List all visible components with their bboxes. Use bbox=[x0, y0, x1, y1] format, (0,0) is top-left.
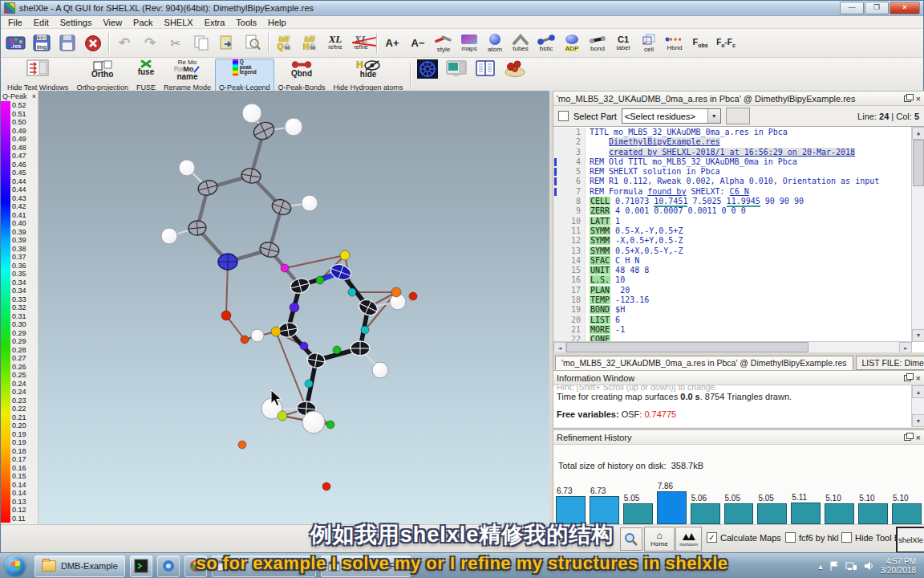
molecule-3d-view[interactable] bbox=[38, 91, 549, 524]
editor-vertical-scrollbar[interactable]: ▲ ▼ bbox=[911, 127, 924, 342]
hydrogen-atom[interactable] bbox=[372, 362, 388, 378]
taskbar-item-console[interactable] bbox=[130, 556, 152, 577]
editor-line[interactable]: 21MORE -1 bbox=[553, 325, 912, 335]
q-peak-atom[interactable] bbox=[290, 303, 299, 312]
font-decrease-button[interactable]: A− bbox=[405, 31, 431, 56]
info-vertical-scrollbar[interactable]: ▲ ▼ bbox=[911, 385, 924, 427]
start-button[interactable] bbox=[5, 556, 26, 576]
q-peak-atom[interactable] bbox=[409, 292, 417, 300]
menu-view[interactable]: View bbox=[97, 18, 128, 27]
tray-expand-icon[interactable]: ▴ bbox=[818, 562, 822, 571]
export-button[interactable] bbox=[214, 31, 240, 56]
history-bar[interactable]: 5.05 bbox=[724, 494, 754, 524]
maps-button[interactable]: maps bbox=[456, 31, 482, 56]
q-peak-atom[interactable] bbox=[300, 342, 308, 350]
network-icon[interactable] bbox=[845, 561, 857, 571]
scroll-right-icon[interactable]: ► bbox=[899, 342, 912, 352]
q-peak-atom[interactable] bbox=[391, 287, 401, 297]
q-peak-legend-button[interactable]: QpeaklegendQ-Peak-Legend bbox=[215, 59, 274, 92]
save-image-button[interactable]: img bbox=[29, 31, 55, 56]
editor-horizontal-scrollbar[interactable]: ◄ ► bbox=[553, 341, 912, 352]
float-panel-icon[interactable] bbox=[904, 434, 911, 441]
anis-refine-button[interactable]: XLrefine bbox=[348, 31, 374, 56]
history-bar[interactable]: 5.06 bbox=[691, 494, 720, 524]
q-peak-atom[interactable] bbox=[340, 250, 350, 260]
menu-shelx[interactable]: SHELX bbox=[159, 18, 199, 27]
q-peak-atom[interactable] bbox=[238, 441, 246, 449]
molecule-drawing[interactable] bbox=[38, 91, 549, 524]
menu-file[interactable]: File bbox=[2, 18, 28, 27]
select-part-checkbox[interactable] bbox=[558, 111, 569, 121]
editor-line[interactable]: 3 created by SHELXL-2018/1 at 16:56:29 o… bbox=[553, 148, 912, 157]
open-res-button[interactable]: .res bbox=[3, 31, 29, 56]
minimize-button[interactable]: — bbox=[840, 2, 864, 14]
q-peak-atom[interactable] bbox=[322, 482, 330, 490]
solvent-water-button[interactable] bbox=[500, 59, 530, 92]
menu-help[interactable]: Help bbox=[262, 18, 292, 27]
taskbar-item[interactable] bbox=[184, 556, 207, 577]
editor-line[interactable]: 9ZERR 4 0.001 0.0007 0.0011 0 0 0 bbox=[553, 206, 912, 216]
scroll-up-icon[interactable]: ▲ bbox=[912, 127, 924, 140]
history-bar[interactable]: 6.73 bbox=[556, 486, 586, 524]
hydrogen-atom[interactable] bbox=[285, 118, 302, 136]
kill-q-button[interactable]: killQ☠ bbox=[271, 31, 297, 56]
editor-line[interactable]: 8CELL 0.71073 10.7451 7.5025 11.9945 90 … bbox=[553, 197, 912, 206]
undo-button[interactable]: ↶ bbox=[111, 31, 137, 56]
tubes-button[interactable]: tubes bbox=[508, 31, 533, 56]
menu-settings[interactable]: Settings bbox=[55, 18, 98, 27]
redo-button[interactable]: ↷ bbox=[137, 31, 163, 56]
kill-h-button[interactable]: killH☠ bbox=[297, 31, 322, 56]
q-peak-atom[interactable] bbox=[221, 311, 231, 320]
close-button[interactable]: × bbox=[890, 2, 920, 14]
calculate-maps-option[interactable]: ✓ Calculate Maps bbox=[707, 532, 781, 543]
ortho-projection-button[interactable]: OrthoOrtho-projection bbox=[72, 59, 132, 92]
cell-button[interactable]: cell bbox=[636, 31, 662, 56]
xl-refine-button[interactable]: XLrefine bbox=[322, 31, 348, 56]
home-button[interactable]: ⌂ Home bbox=[644, 527, 675, 552]
close-panel-icon[interactable]: × bbox=[916, 434, 921, 442]
scroll-left-icon[interactable]: ◄ bbox=[553, 342, 566, 352]
find-button[interactable] bbox=[240, 31, 265, 56]
atom-button[interactable]: atom bbox=[482, 31, 508, 56]
fcf6-by-hkl-option[interactable]: fcf6 by hkl bbox=[785, 532, 839, 543]
tab-list-file[interactable]: LIST FILE: DimethylBipyExample.lst bbox=[856, 356, 924, 370]
editor-line[interactable]: 15UNIT 48 48 8 bbox=[553, 266, 912, 275]
fofc-button[interactable]: Fo-Fc bbox=[713, 31, 739, 56]
action-center-flag-icon[interactable] bbox=[829, 561, 839, 572]
zoom-tool-button[interactable] bbox=[620, 527, 642, 551]
save-button[interactable] bbox=[55, 31, 80, 56]
history-bar[interactable]: 5.11 bbox=[791, 493, 821, 524]
shelxle-button[interactable]: shelXle bbox=[896, 527, 924, 553]
editor-line[interactable]: 16L.S. 10 bbox=[553, 275, 912, 285]
style-button[interactable]: style bbox=[431, 31, 456, 56]
rotation-control-button[interactable] bbox=[413, 59, 442, 92]
scroll-down-icon[interactable]: ▼ bbox=[912, 414, 924, 427]
hydrogen-atom[interactable] bbox=[179, 160, 195, 176]
history-bar[interactable]: 6.73 bbox=[590, 486, 619, 524]
scrollbar-thumb[interactable] bbox=[913, 140, 924, 186]
editor-line[interactable]: 14SFAC C H N bbox=[553, 256, 912, 266]
history-bar[interactable]: 5.10 bbox=[825, 494, 854, 525]
q-peak-atom[interactable] bbox=[326, 421, 334, 429]
menu-tools[interactable]: Tools bbox=[230, 18, 262, 27]
atom-ellipsoid[interactable] bbox=[218, 254, 237, 270]
q-peak-atom[interactable] bbox=[278, 411, 287, 421]
close-panel-icon[interactable]: × bbox=[916, 374, 921, 382]
close-file-button[interactable] bbox=[80, 31, 106, 56]
q-peak-atom[interactable] bbox=[241, 336, 249, 344]
residues-apply-button[interactable] bbox=[726, 108, 750, 124]
hide-text-windows-button[interactable]: Hide Text Windows bbox=[3, 59, 72, 92]
hydrogen-atom[interactable] bbox=[242, 104, 261, 123]
q-peak-atom[interactable] bbox=[281, 264, 289, 272]
invzoom-button[interactable]: invzoom bbox=[675, 527, 702, 552]
editor-line[interactable]: 5REM SHELXT solution in Pbca bbox=[553, 167, 912, 177]
float-panel-icon[interactable] bbox=[904, 96, 911, 102]
taskbar-item-folder[interactable]: DMB-Example bbox=[34, 556, 125, 577]
fuse-button[interactable]: fuseFUSE bbox=[132, 59, 160, 92]
hide-hydrogen-button[interactable]: HhideHide Hydrogen atoms bbox=[330, 59, 407, 92]
editor-line[interactable]: 1TITL mo_MLB5_32_UKAuDMB_0ma_a.res in Pb… bbox=[553, 128, 912, 137]
editor-line[interactable]: 12SYMM -X,0.5+Y,0.5-Z bbox=[553, 236, 912, 246]
history-bar[interactable]: 5.10 bbox=[892, 494, 922, 525]
font-increase-button[interactable]: A+ bbox=[379, 31, 405, 56]
residues-dropdown[interactable]: <Select residues> ▼ bbox=[622, 108, 721, 124]
